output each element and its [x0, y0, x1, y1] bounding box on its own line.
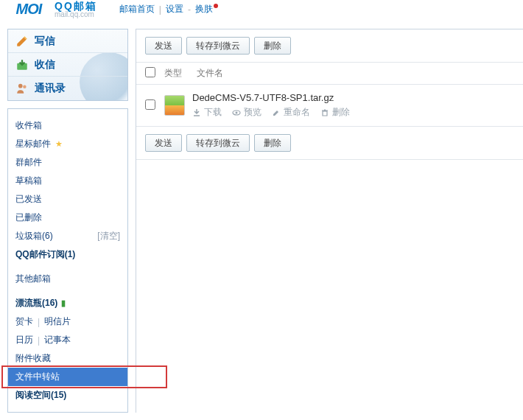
- logo-cn: QQ邮箱: [55, 2, 97, 10]
- spacer: [8, 264, 127, 270]
- sidebar: 写信 收信 通讯录 收件箱 星标邮件★ 群邮件 草稿箱 已发送: [7, 29, 128, 413]
- star-icon: ★: [55, 139, 63, 149]
- logo-subtitle: QQ邮箱 mail.qq.com: [55, 2, 97, 18]
- send-button[interactable]: 发送: [145, 37, 182, 55]
- svg-point-1: [18, 84, 23, 88]
- nav-compose-label: 写信: [35, 35, 55, 48]
- col-type-header: 类型: [164, 67, 197, 80]
- folder-notes[interactable]: 记事本: [44, 334, 71, 346]
- folder-attachments[interactable]: 附件收藏: [8, 349, 127, 368]
- delete-button[interactable]: 删除: [254, 37, 291, 55]
- nav-skin[interactable]: 换肤: [195, 3, 218, 15]
- folder-drafts[interactable]: 草稿箱: [8, 172, 127, 190]
- download-action[interactable]: 下载: [192, 106, 222, 119]
- table-header: 类型 文件名: [136, 63, 523, 85]
- folder-deleted[interactable]: 已删除: [8, 209, 127, 227]
- file-row: DedeCMS-V5.7-UTF8-SP1.tar.gz 下载 预览 重命名: [136, 85, 523, 127]
- folder-read-space[interactable]: 阅读空间(15): [8, 386, 127, 405]
- separator: |: [159, 4, 161, 15]
- nav-box: 写信 收信 通讯录: [7, 29, 128, 101]
- preview-action[interactable]: 预览: [232, 106, 262, 119]
- file-name-label: DedeCMS-V5.7-UTF8-SP1.tar.gz: [192, 92, 514, 103]
- folder-calendar-row: 日历|记事本: [8, 331, 127, 349]
- folder-postcards[interactable]: 明信片: [44, 315, 71, 328]
- folder-list: 收件箱 星标邮件★ 群邮件 草稿箱 已发送 已删除 垃圾箱(6) [清空] QQ…: [8, 116, 127, 405]
- delete-action[interactable]: 删除: [320, 106, 350, 119]
- folder-spam-label: 垃圾箱(6): [15, 230, 53, 242]
- main-layout: 写信 收信 通讯录 收件箱 星标邮件★ 群邮件 草稿箱 已发送: [0, 18, 523, 413]
- nav-settings[interactable]: 设置: [166, 3, 183, 15]
- pencil-icon: [15, 35, 29, 48]
- file-info: DedeCMS-V5.7-UTF8-SP1.tar.gz 下载 预览 重命名: [192, 92, 514, 119]
- svg-point-4: [236, 111, 238, 113]
- spacer: [8, 288, 127, 294]
- content-area: 发送 转存到微云 删除 类型 文件名 DedeCMS-V5.7-UTF8-SP1…: [136, 29, 523, 413]
- toolbar-top: 发送 转存到微云 删除: [136, 29, 523, 63]
- folder-box: 收件箱 星标邮件★ 群邮件 草稿箱 已发送 已删除 垃圾箱(6) [清空] QQ…: [7, 108, 128, 413]
- file-checkbox[interactable]: [145, 99, 155, 110]
- folder-spam[interactable]: 垃圾箱(6) [清空]: [8, 227, 127, 245]
- folder-group[interactable]: 群邮件: [8, 153, 127, 172]
- folder-inbox[interactable]: 收件箱: [8, 116, 127, 135]
- nav-compose[interactable]: 写信: [8, 29, 127, 53]
- folder-subscribe[interactable]: QQ邮件订阅(1): [8, 245, 127, 264]
- top-links: 邮箱首页 | 设置 - 换肤: [119, 3, 218, 15]
- svg-point-2: [23, 85, 27, 89]
- save-weiyun-button[interactable]: 转存到微云: [186, 37, 250, 55]
- pencil-small-icon: [272, 108, 281, 117]
- folder-sent[interactable]: 已发送: [8, 190, 127, 209]
- send-button-bottom[interactable]: 发送: [145, 134, 182, 152]
- inbox-icon: [15, 58, 29, 71]
- header: MOI QQ邮箱 mail.qq.com 邮箱首页 | 设置 - 换肤: [0, 0, 523, 18]
- nav-receive-label: 收信: [35, 58, 55, 71]
- rename-action[interactable]: 重命名: [272, 106, 310, 119]
- file-checkbox-cell: [145, 99, 164, 112]
- logo-en: mail.qq.com: [55, 10, 97, 18]
- delete-button-bottom[interactable]: 删除: [254, 134, 291, 152]
- file-actions: 下载 预览 重命名 删除: [192, 106, 514, 119]
- nav-contacts-label: 通讯录: [35, 82, 66, 95]
- folder-cards[interactable]: 贺卡: [15, 315, 33, 328]
- logo-text: MOI: [16, 1, 42, 18]
- toolbar-bottom: 发送 转存到微云 删除: [136, 127, 523, 160]
- select-all-checkbox[interactable]: [145, 67, 155, 77]
- save-weiyun-button-bottom[interactable]: 转存到微云: [186, 134, 250, 152]
- spam-clear-link[interactable]: [清空]: [97, 230, 120, 242]
- col-name-header: 文件名: [197, 67, 223, 80]
- nav-receive[interactable]: 收信: [8, 53, 127, 77]
- folder-other[interactable]: 其他邮箱: [8, 270, 127, 288]
- folder-cards-row: 贺卡|明信片: [8, 312, 127, 331]
- logo-icon: MOI: [7, 0, 50, 18]
- folder-starred[interactable]: 星标邮件★: [8, 135, 127, 153]
- separator: -: [188, 4, 191, 15]
- battery-icon: ▮: [61, 298, 66, 308]
- logo-area: MOI QQ邮箱 mail.qq.com: [0, 0, 97, 18]
- download-icon: [192, 108, 201, 117]
- folder-file-relay[interactable]: 文件中转站: [8, 368, 127, 386]
- nav-home[interactable]: 邮箱首页: [119, 3, 155, 15]
- select-all-cell: [145, 67, 164, 80]
- notification-dot: [214, 4, 218, 8]
- trash-icon: [320, 108, 329, 117]
- folder-calendar[interactable]: 日历: [15, 334, 33, 346]
- eye-icon: [232, 108, 241, 117]
- folder-drift[interactable]: 漂流瓶(16)▮: [8, 294, 127, 312]
- contacts-icon: [15, 82, 29, 95]
- archive-icon: [164, 95, 185, 116]
- nav-contacts[interactable]: 通讯录: [8, 77, 127, 100]
